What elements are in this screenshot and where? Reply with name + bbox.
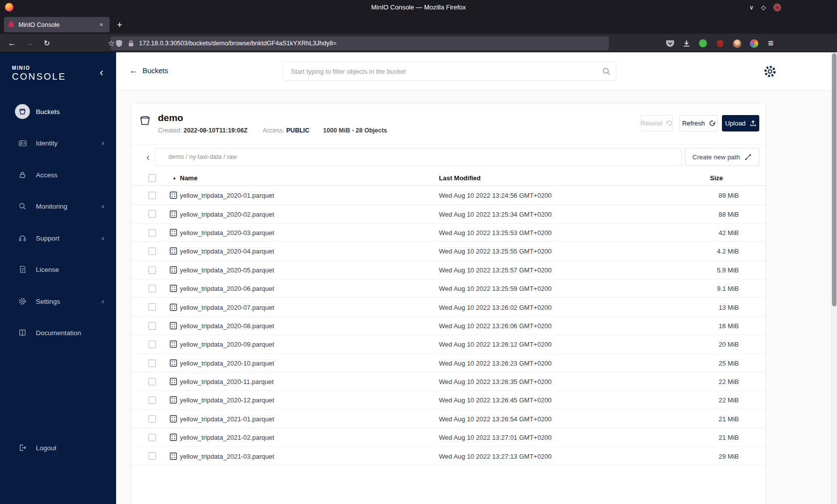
extension-green-icon[interactable] — [696, 36, 710, 50]
row-checkbox[interactable] — [148, 452, 156, 460]
url-bar[interactable]: 172.18.0.3:30503/buckets/demo/browse/bnk… — [111, 36, 609, 50]
object-last-modified: Wed Aug 10 2022 13:27:01 GMT+0200 — [439, 434, 552, 441]
ublock-origin-icon[interactable] — [713, 36, 727, 50]
table-row[interactable]: yellow_tripdata_2020-09.parquet Wed Aug … — [132, 335, 765, 354]
table-row[interactable]: yellow_tripdata_2020-02.parquet Wed Aug … — [132, 205, 765, 223]
lock-icon[interactable] — [128, 40, 134, 47]
close-tab-icon[interactable]: × — [97, 20, 105, 29]
object-name[interactable]: yellow_tripdata_2020-07.parquet — [180, 303, 274, 311]
sidebar-item-access[interactable]: Access — [0, 164, 116, 186]
parquet-file-icon — [169, 322, 177, 330]
table-row[interactable]: yellow_tripdata_2020-05.parquet Wed Aug … — [132, 261, 765, 279]
bookmark-star-icon[interactable]: ☆ — [108, 39, 115, 47]
object-name[interactable]: yellow_tripdata_2021-03.parquet — [180, 452, 274, 460]
row-checkbox[interactable] — [148, 229, 156, 237]
row-checkbox[interactable] — [148, 192, 156, 199]
column-header-last-modified[interactable]: Last Modified — [439, 174, 481, 182]
parquet-file-icon — [169, 433, 177, 441]
close-window-icon[interactable]: × — [773, 3, 781, 11]
new-tab-button[interactable]: + — [113, 18, 127, 32]
table-row[interactable]: yellow_tripdata_2020-11.parquet Wed Aug … — [132, 373, 765, 391]
row-checkbox[interactable] — [148, 303, 156, 311]
sidebar-item-logout[interactable]: Logout — [0, 437, 116, 459]
row-checkbox[interactable] — [148, 285, 156, 292]
breadcrumb-path[interactable]: demo / ny-taxi-data / raw — [168, 153, 237, 160]
table-row[interactable]: yellow_tripdata_2020-12.parquet Wed Aug … — [132, 391, 765, 409]
table-row[interactable]: yellow_tripdata_2020-03.parquet Wed Aug … — [132, 224, 765, 242]
upload-button[interactable]: Upload — [722, 115, 759, 131]
tracking-protection-shield-icon[interactable] — [116, 39, 123, 47]
sidebar-item-identity[interactable]: Identity ∧ — [0, 132, 116, 154]
object-name[interactable]: yellow_tripdata_2021-01.parquet — [180, 415, 274, 422]
extension-pinwheel-icon[interactable] — [747, 36, 761, 50]
object-name[interactable]: yellow_tripdata_2020-12.parquet — [180, 396, 274, 404]
sidebar-item-buckets[interactable]: Buckets — [0, 101, 116, 123]
row-checkbox[interactable] — [148, 210, 156, 218]
object-name[interactable]: yellow_tripdata_2020-03.parquet — [180, 229, 274, 236]
column-header-name[interactable]: Name — [180, 174, 197, 182]
table-row[interactable]: yellow_tripdata_2020-08.parquet Wed Aug … — [132, 317, 765, 335]
object-size: 21 MiB — [719, 415, 739, 422]
browser-back-button[interactable]: ← — [5, 36, 19, 50]
row-checkbox[interactable] — [148, 378, 156, 385]
table-row[interactable]: yellow_tripdata_2020-04.parquet Wed Aug … — [132, 242, 765, 260]
path-back-chevron-icon[interactable]: ‹ — [142, 148, 154, 166]
object-name[interactable]: yellow_tripdata_2020-09.parquet — [180, 341, 274, 348]
table-row[interactable]: yellow_tripdata_2020-01.parquet Wed Aug … — [132, 186, 765, 205]
table-row[interactable]: yellow_tripdata_2020-10.parquet Wed Aug … — [132, 354, 765, 373]
browser-forward-button[interactable]: → — [23, 36, 37, 50]
scrollbar-thumb[interactable] — [832, 53, 837, 306]
browser-reload-button[interactable]: ↻ — [40, 36, 54, 50]
pocket-icon[interactable] — [663, 36, 677, 50]
tab-title: MinIO Console — [18, 21, 97, 28]
row-checkbox[interactable] — [148, 341, 156, 348]
back-to-buckets-link[interactable]: ← Buckets — [130, 66, 168, 75]
breadcrumb[interactable]: demo / ny-taxi-data / raw — [155, 148, 682, 166]
sidebar-item-label: Settings — [36, 298, 60, 305]
table-row[interactable]: yellow_tripdata_2020-06.parquet Wed Aug … — [132, 279, 765, 298]
tab-minio-console[interactable]: MinIO Console × — [4, 17, 110, 32]
table-row[interactable]: yellow_tripdata_2020-07.parquet Wed Aug … — [132, 298, 765, 316]
console-settings-gear-icon[interactable] — [762, 64, 777, 79]
table-row[interactable]: yellow_tripdata_2021-01.parquet Wed Aug … — [132, 410, 765, 428]
sidebar-item-documentation[interactable]: Documentation — [0, 322, 116, 344]
column-header-size[interactable]: Size — [710, 174, 723, 182]
object-name[interactable]: yellow_tripdata_2021-02.parquet — [180, 434, 274, 441]
row-checkbox[interactable] — [148, 434, 156, 441]
rewind-button[interactable]: Rewind — [640, 115, 673, 131]
sidebar-item-monitoring[interactable]: Monitoring ∧ — [0, 195, 116, 217]
object-name[interactable]: yellow_tripdata_2020-11.parquet — [180, 378, 274, 385]
sidebar-item-settings[interactable]: Settings ∧ — [0, 290, 116, 312]
row-checkbox[interactable] — [148, 266, 156, 274]
search-input[interactable] — [283, 62, 616, 80]
row-checkbox[interactable] — [148, 360, 156, 367]
sidebar-item-license[interactable]: License — [0, 258, 116, 280]
select-all-checkbox[interactable] — [148, 174, 156, 182]
refresh-button[interactable]: Refresh — [680, 115, 718, 131]
downloads-icon[interactable] — [680, 36, 694, 50]
account-avatar-icon[interactable] — [730, 36, 744, 50]
create-new-path-button[interactable]: Create new path — [685, 148, 759, 166]
minimize-icon[interactable]: ∨ — [749, 4, 754, 10]
maximize-icon[interactable]: ◇ — [761, 4, 766, 10]
object-name[interactable]: yellow_tripdata_2020-06.parquet — [180, 285, 274, 292]
url-text[interactable]: 172.18.0.3:30503/buckets/demo/browse/bnk… — [139, 40, 336, 47]
table-row[interactable]: yellow_tripdata_2021-03.parquet Wed Aug … — [132, 447, 765, 465]
object-name[interactable]: yellow_tripdata_2020-08.parquet — [180, 322, 274, 329]
object-last-modified: Wed Aug 10 2022 13:24:56 GMT+0200 — [439, 192, 552, 199]
sidebar-collapse-icon[interactable]: ‹ — [100, 67, 103, 78]
row-checkbox[interactable] — [148, 415, 156, 423]
row-checkbox[interactable] — [148, 322, 156, 330]
object-name[interactable]: yellow_tripdata_2020-02.parquet — [180, 210, 274, 218]
row-checkbox[interactable] — [148, 396, 156, 404]
minio-favicon-icon — [7, 21, 15, 29]
sidebar-item-support[interactable]: Support ∧ — [0, 227, 116, 249]
sidebar-item-label: Buckets — [36, 108, 60, 116]
object-name[interactable]: yellow_tripdata_2020-04.parquet — [180, 248, 274, 255]
row-checkbox[interactable] — [148, 248, 156, 255]
object-name[interactable]: yellow_tripdata_2020-10.parquet — [180, 359, 274, 367]
menu-hamburger-icon[interactable]: ≡ — [764, 36, 778, 50]
table-row[interactable]: yellow_tripdata_2021-02.parquet Wed Aug … — [132, 428, 765, 447]
object-name[interactable]: yellow_tripdata_2020-01.parquet — [180, 192, 274, 199]
object-name[interactable]: yellow_tripdata_2020-05.parquet — [180, 266, 274, 273]
